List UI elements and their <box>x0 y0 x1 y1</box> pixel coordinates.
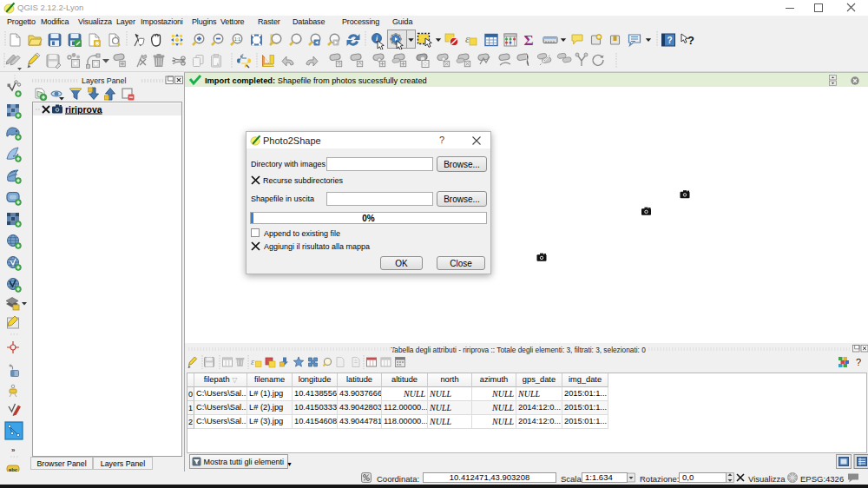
svg-text:Layers Panel: Layers Panel <box>82 76 126 85</box>
svg-text:ε: ε <box>251 357 254 366</box>
svg-text:ririprova: ririprova <box>65 104 102 115</box>
svg-text:1:1: 1:1 <box>234 36 240 42</box>
svg-text:Σ: Σ <box>523 32 533 49</box>
svg-text:?: ? <box>687 34 694 47</box>
svg-text:?: ? <box>667 36 672 45</box>
svg-text:?: ? <box>856 357 861 367</box>
svg-text:»: » <box>11 446 16 454</box>
